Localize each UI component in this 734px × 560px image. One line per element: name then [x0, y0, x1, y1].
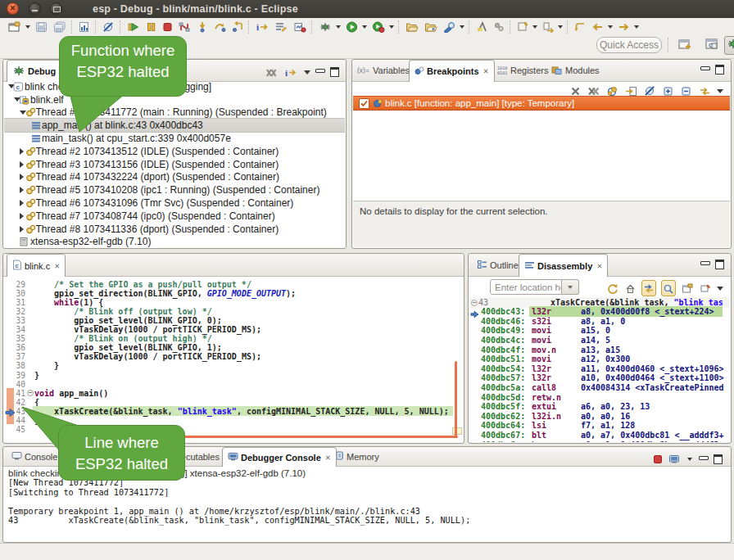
breakpoint-checkbox[interactable]	[359, 98, 369, 109]
display-selected-console-icon[interactable]	[668, 452, 681, 467]
tab-registers[interactable]: 10100101Registers	[492, 60, 553, 81]
debug-tree-row[interactable]: Thread #1 1073411772 (main : Running) (S…	[4, 106, 345, 120]
vertical-scrollbar[interactable]	[455, 361, 457, 438]
terminate-button[interactable]	[159, 20, 175, 34]
debug-tree-row[interactable]: Thread #3 1073413156 (IDLE) (Suspended :…	[4, 158, 345, 171]
tab-variables[interactable]: (x)=Variables	[352, 60, 415, 81]
expander-closed-icon[interactable]	[20, 171, 24, 184]
skip-all-breakpoints-button[interactable]	[99, 20, 117, 34]
show-source-icon[interactable]	[661, 280, 676, 296]
forward-dropdown-icon[interactable]	[634, 25, 639, 29]
debug-tree-row[interactable]: Thread #2 1073413512 (IDLE) (Suspended :…	[4, 145, 345, 158]
search-button[interactable]	[440, 20, 458, 34]
maximize-view-icon[interactable]	[715, 65, 724, 75]
view-menu-icon[interactable]	[304, 70, 310, 75]
expander-closed-icon[interactable]	[20, 145, 24, 158]
open-perspective-button[interactable]	[677, 37, 694, 54]
expander-closed-icon[interactable]	[20, 158, 24, 171]
display-console-dropdown-icon[interactable]	[687, 458, 692, 461]
tab-disassembly[interactable]: Disassembly✕	[519, 254, 608, 277]
cpp-perspective-button[interactable]: C	[704, 37, 721, 54]
view-menu-icon[interactable]	[717, 89, 723, 93]
pin-editor-dropdown-icon[interactable]	[532, 25, 537, 29]
link-editor-button[interactable]	[539, 20, 556, 34]
fold-marker-icon[interactable]	[471, 300, 478, 306]
expander-closed-icon[interactable]	[20, 210, 24, 223]
close-icon[interactable]: ✕	[596, 262, 602, 270]
debug-perspective-button[interactable]	[724, 36, 734, 55]
quick-access-button[interactable]: Quick Access	[596, 37, 662, 53]
open-resource-button[interactable]	[421, 20, 440, 34]
breakpoint-row[interactable]: blink.c [function: app_main] [type: Temp…	[353, 96, 730, 111]
debug-tree-row[interactable]: Thread #5 1073410208 (ipc1 : Running) (S…	[4, 183, 345, 196]
maximize-view-icon[interactable]	[715, 260, 724, 269]
debug-tree-row[interactable]: Thread #8 1073411336 (dport) (Suspended …	[4, 223, 345, 236]
suspend-button[interactable]	[143, 20, 159, 34]
resume-button[interactable]	[124, 20, 143, 34]
new-wizard-dropdown-icon[interactable]	[25, 25, 30, 29]
minimize-view-icon[interactable]	[315, 69, 325, 73]
fold-marker-icon[interactable]	[27, 390, 34, 396]
back-button[interactable]	[588, 20, 606, 34]
debug-tree-row[interactable]: Thread #6 1073431096 (Tmr Svc) (Suspende…	[4, 196, 345, 210]
last-edit-location-button[interactable]	[571, 20, 588, 34]
tab-modules[interactable]: Modules	[546, 60, 605, 81]
debug-tree-row[interactable]: xtensa-esp32-elf-gdb (7.10)	[4, 236, 345, 247]
expander-closed-icon[interactable]	[20, 183, 24, 196]
instruction-stepping-button[interactable]: i	[252, 20, 271, 34]
view-menu-icon[interactable]	[717, 287, 723, 291]
debug-dropdown-icon[interactable]	[336, 25, 341, 29]
window-close-button[interactable]	[7, 2, 19, 15]
open-element-button[interactable]	[402, 20, 421, 34]
run-dropdown-icon[interactable]	[362, 25, 367, 29]
link-editor-dropdown-icon[interactable]	[558, 25, 563, 29]
forward-button[interactable]	[614, 20, 632, 34]
editor-body[interactable]: 29 /* Set the GPIO as a push/pull output…	[4, 277, 463, 442]
close-icon[interactable]: ✕	[325, 454, 331, 462]
toggle-mark-occurrences-button[interactable]	[473, 20, 490, 34]
save-button[interactable]	[32, 20, 50, 34]
step-into-button[interactable]	[193, 20, 211, 34]
disassembly-body[interactable]: 43xTaskCreate(&blink_task, "blink_tas400…	[469, 297, 730, 442]
debug-tree-row[interactable]: main_task() at cpu_start.c:339 0x400d057…	[4, 132, 345, 145]
minimize-view-icon[interactable]	[700, 261, 710, 265]
coverage-button[interactable]	[369, 20, 387, 34]
window-maximize-button[interactable]	[50, 2, 62, 15]
search-dropdown-icon[interactable]	[460, 25, 464, 29]
console-output[interactable]: [New Thread 1073411772] [Switching to Th…	[8, 478, 470, 526]
tab-debugger-console[interactable]: Debugger Console✕	[222, 447, 337, 467]
back-dropdown-icon[interactable]	[608, 25, 613, 29]
debug-tree-row[interactable]: Thread #7 1073408744 (ipc0) (Suspended :…	[4, 210, 345, 223]
annotations-button[interactable]	[490, 20, 507, 34]
step-over-button[interactable]	[211, 20, 229, 34]
home-icon[interactable]	[624, 281, 637, 296]
maximize-view-icon[interactable]	[330, 67, 339, 77]
trace-control-button[interactable]	[290, 20, 309, 34]
location-input[interactable]: Enter location here	[490, 279, 562, 295]
build-binary-button[interactable]	[75, 20, 93, 34]
save-all-button[interactable]	[50, 20, 69, 34]
window-minimize-button[interactable]	[29, 2, 41, 15]
sync-active-context-icon[interactable]	[641, 280, 656, 296]
minimize-view-icon[interactable]	[699, 456, 709, 460]
pin-view-icon[interactable]	[699, 281, 712, 296]
minimize-view-icon[interactable]	[700, 66, 710, 70]
location-dropdown-button[interactable]	[562, 279, 579, 295]
show-debug-lines-button[interactable]	[271, 20, 290, 34]
tab-outline[interactable]: Outline	[472, 254, 523, 276]
close-icon[interactable]: ✕	[54, 262, 60, 270]
debug-tree-row-selected[interactable]: app_main() at blink.c:43 0x400dbc43	[4, 118, 345, 133]
coverage-dropdown-icon[interactable]	[389, 25, 394, 29]
expander-closed-icon[interactable]	[20, 223, 24, 236]
debug-tree-row[interactable]: Thread #4 1073432224 (dport) (Suspended …	[4, 171, 345, 184]
tab-blink-c[interactable]: c blink.c ✕	[7, 254, 66, 277]
debug-button[interactable]	[315, 20, 334, 34]
close-icon[interactable]: ✕	[483, 67, 489, 75]
tab-breakpoints[interactable]: Breakpoints✕	[409, 60, 495, 82]
expander-closed-icon[interactable]	[20, 196, 24, 210]
refresh-icon[interactable]	[606, 281, 619, 296]
new-wizard-button[interactable]	[5, 20, 24, 34]
remove-all-terminated-icon[interactable]	[264, 65, 279, 79]
disconnect-button[interactable]	[175, 20, 193, 34]
maximize-view-icon[interactable]	[714, 454, 723, 464]
